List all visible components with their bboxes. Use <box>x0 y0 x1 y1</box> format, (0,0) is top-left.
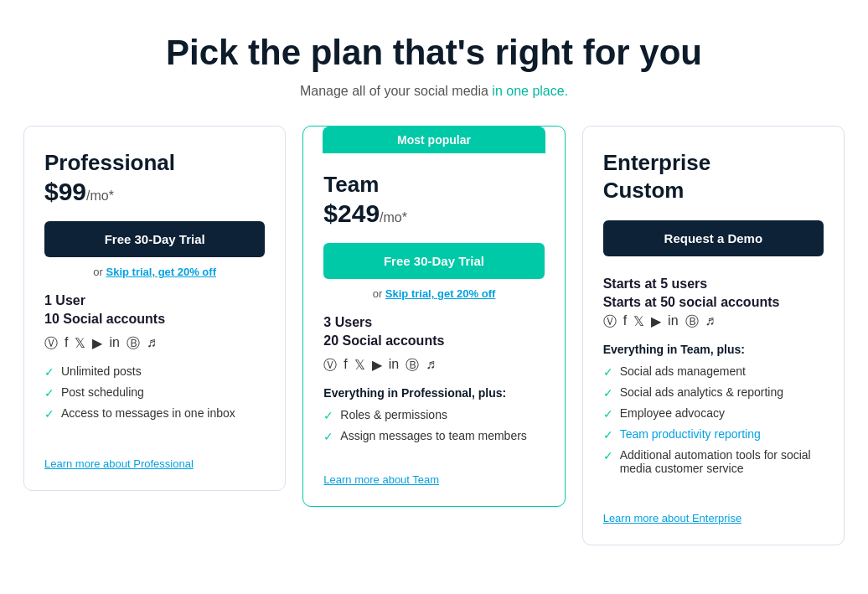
check-icon: ✓ <box>603 365 613 379</box>
enterprise-starts-accounts: Starts at 50 social accounts <box>603 295 824 310</box>
skip-trial-link-team[interactable]: Skip trial, get 20% off <box>385 287 495 300</box>
plan-name-professional: Professional <box>44 150 265 176</box>
cta-button-enterprise[interactable]: Request a Demo <box>603 220 824 256</box>
cta-button-team[interactable]: Free 30-Day Trial <box>323 243 544 279</box>
page-subtitle: Manage all of your social media in one p… <box>300 84 568 99</box>
plan-name-enterprise-custom: Custom <box>603 178 824 204</box>
feature-list-enterprise: ✓Social ads management ✓Social ads analy… <box>603 364 824 482</box>
price-value-professional: $99 <box>44 178 86 205</box>
icon-tiktok-enterprise: ♬ <box>705 313 716 331</box>
icon-youtube-team: ▶ <box>372 357 382 374</box>
icon-linkedin-enterprise: in <box>668 313 678 331</box>
check-icon: ✓ <box>603 449 613 462</box>
feature-item: ✓Unlimited posts <box>44 364 265 379</box>
plans-container: Professional $99/mo* Free 30-Day Trial o… <box>23 126 845 545</box>
feature-list-professional: ✓Unlimited posts ✓Post scheduling ✓Acces… <box>44 364 265 427</box>
check-icon: ✓ <box>44 386 54 400</box>
icon-twitter-enterprise: 𝕏 <box>633 313 644 331</box>
cta-button-professional[interactable]: Free 30-Day Trial <box>44 221 265 257</box>
icon-pinterest-team: Ⓑ <box>406 357 419 374</box>
icon-twitter-team: 𝕏 <box>354 357 365 374</box>
price-period-team: /mo* <box>380 210 407 225</box>
feature-item: ✓Team productivity reporting <box>603 427 824 442</box>
plan-name-team: Team <box>323 172 544 198</box>
icon-linkedin-professional: in <box>109 335 119 353</box>
skip-trial-team: or Skip trial, get 20% off <box>323 287 544 300</box>
plan-users-team: 3 Users <box>323 315 544 330</box>
feature-item: ✓Post scheduling <box>44 385 265 400</box>
price-period-professional: /mo* <box>86 189 114 203</box>
icon-facebook-team: f <box>344 357 347 374</box>
everything-label-enterprise: Everything in Team, plus: <box>603 343 824 356</box>
subtitle-link[interactable]: in one place. <box>492 84 568 98</box>
check-icon: ✓ <box>603 407 613 421</box>
icon-youtube-enterprise: ▶ <box>651 313 661 331</box>
feature-item: ✓Additional automation tools for social … <box>603 448 824 475</box>
social-icons-enterprise: Ⓥ f 𝕏 ▶ in Ⓑ ♬ <box>603 313 824 331</box>
social-icons-team: Ⓥ f 𝕏 ▶ in Ⓑ ♬ <box>323 357 544 374</box>
plan-accounts-professional: 10 Social accounts <box>44 312 265 327</box>
check-icon: ✓ <box>44 365 54 379</box>
check-icon: ✓ <box>603 386 613 400</box>
plan-price-team: $249/mo* <box>323 199 544 228</box>
icon-linkedin-team: in <box>389 357 399 374</box>
check-icon: ✓ <box>603 428 613 442</box>
check-icon: ✓ <box>323 409 333 422</box>
social-icons-professional: Ⓥ f 𝕏 ▶ in Ⓑ ♬ <box>44 335 265 353</box>
skip-trial-professional: or Skip trial, get 20% off <box>44 266 265 278</box>
learn-more-team[interactable]: Learn more about Team <box>323 460 544 486</box>
plan-users-professional: 1 User <box>44 293 265 308</box>
price-value-team: $249 <box>323 199 380 227</box>
icon-instagram-team: Ⓥ <box>323 357 337 374</box>
feature-list-team: ✓Roles & permissions ✓Assign messages to… <box>323 408 544 443</box>
skip-trial-link-professional[interactable]: Skip trial, get 20% off <box>106 266 216 278</box>
icon-pinterest-professional: Ⓑ <box>127 335 140 353</box>
feature-item: ✓Social ads management <box>603 364 824 379</box>
plan-name-enterprise: Enterprise <box>603 150 824 176</box>
feature-item: ✓Assign messages to team members <box>323 429 544 443</box>
icon-pinterest-enterprise: Ⓑ <box>685 313 699 331</box>
icon-facebook-professional: f <box>65 335 68 353</box>
icon-youtube-professional: ▶ <box>92 335 102 353</box>
feature-item: ✓Social ads analytics & reporting <box>603 385 824 400</box>
feature-item: ✓Access to messages in one inbox <box>44 406 265 421</box>
icon-tiktok-professional: ♬ <box>147 335 157 353</box>
most-popular-badge: Most popular <box>323 127 545 153</box>
icon-instagram-professional: Ⓥ <box>44 335 58 353</box>
enterprise-starts-users: Starts at 5 users <box>603 276 824 292</box>
plan-card-team: Most popular Team $249/mo* Free 30-Day T… <box>302 126 565 507</box>
learn-more-enterprise[interactable]: Learn more about Enterprise <box>603 498 824 524</box>
plan-accounts-team: 20 Social accounts <box>323 333 544 349</box>
feature-item: ✓Employee advocacy <box>603 406 824 421</box>
icon-tiktok-team: ♬ <box>426 357 436 374</box>
icon-instagram-enterprise: Ⓥ <box>603 313 617 331</box>
page-title: Pick the plan that's right for you <box>166 34 702 72</box>
everything-label-team: Everything in Professional, plus: <box>323 386 544 400</box>
learn-more-professional[interactable]: Learn more about Professional <box>44 444 265 470</box>
plan-price-professional: $99/mo* <box>44 178 265 206</box>
subtitle-text: Manage all of your social media <box>300 84 492 98</box>
icon-twitter-professional: 𝕏 <box>75 335 85 353</box>
plan-card-enterprise: Enterprise Custom Request a Demo Starts … <box>582 126 845 545</box>
icon-facebook-enterprise: f <box>623 313 627 331</box>
plan-card-professional: Professional $99/mo* Free 30-Day Trial o… <box>23 126 286 491</box>
feature-item: ✓Roles & permissions <box>323 408 544 422</box>
check-icon: ✓ <box>44 407 54 421</box>
check-icon: ✓ <box>323 430 333 443</box>
